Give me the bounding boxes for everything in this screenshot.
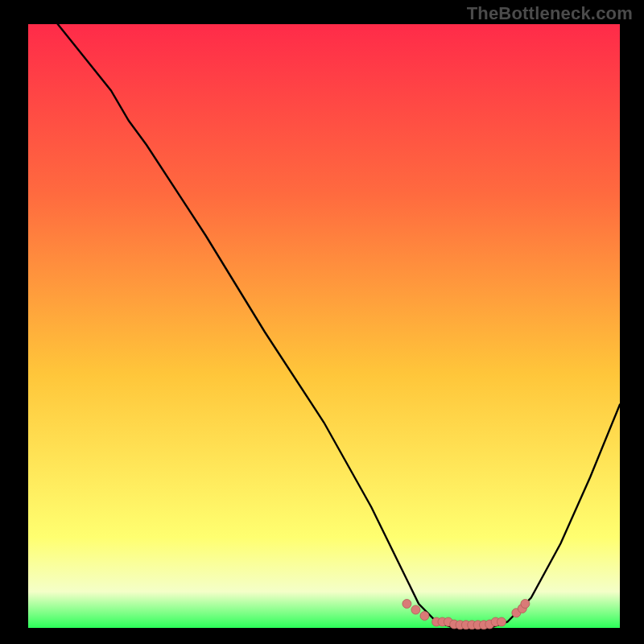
- optimal-marker: [411, 605, 420, 614]
- optimal-marker: [497, 617, 506, 626]
- chart-frame: TheBottleneck.com: [0, 0, 644, 644]
- optimal-marker: [420, 612, 429, 621]
- watermark-text: TheBottleneck.com: [467, 3, 633, 24]
- optimal-marker: [521, 600, 530, 609]
- plot-background: [28, 24, 620, 628]
- optimal-marker: [402, 600, 411, 609]
- bottleneck-chart: [0, 0, 644, 644]
